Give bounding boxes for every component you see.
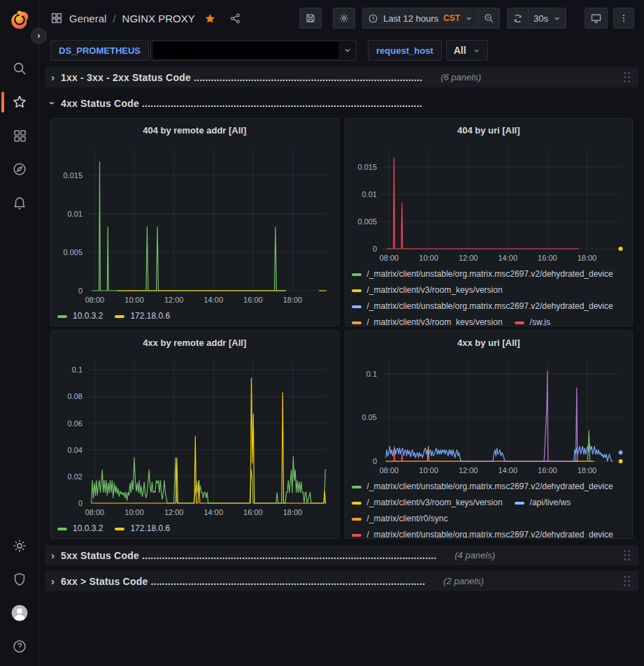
svg-text:0.005: 0.005: [357, 217, 377, 226]
svg-text:0: 0: [372, 457, 376, 465]
legend-label: /_matrix/client/unstable/org.matrix.msc2…: [367, 268, 613, 281]
legend-item[interactable]: 172.18.0.6: [115, 310, 170, 323]
refresh-button[interactable]: [507, 8, 528, 29]
legend-item[interactable]: 10.0.3.2: [57, 310, 103, 323]
legend-item[interactable]: /_matrix/client/unstable/org.matrix.msc2…: [352, 480, 613, 493]
grafana-logo-icon: [9, 9, 30, 30]
timeseries-chart[interactable]: 08:0010:0012:0014:0016:0018:0000.0050.01…: [51, 141, 338, 307]
legend-item[interactable]: /_matrix/client/v3/room_keys/version: [352, 284, 503, 297]
save-dashboard-button[interactable]: [299, 8, 322, 29]
sidebar-item-dashboards[interactable]: [0, 119, 39, 152]
svg-text:18:00: 18:00: [283, 508, 303, 516]
timeseries-plot[interactable]: 08:0010:0012:0014:0016:0018:0000.050.1: [350, 354, 629, 478]
svg-text:18:00: 18:00: [577, 466, 596, 475]
share-icon[interactable]: [229, 13, 241, 24]
timeseries-chart[interactable]: 08:0010:0012:0014:0016:0018:0000.020.040…: [51, 354, 338, 520]
row-title: 5xx Status Code ........................…: [61, 550, 436, 561]
svg-text:0.1: 0.1: [72, 365, 83, 374]
svg-text:14:00: 14:00: [498, 466, 517, 475]
row-header-6xx[interactable]: › 6xx > Status Code ....................…: [45, 571, 638, 591]
panel-legend: /_matrix/client/unstable/org.matrix.msc2…: [345, 266, 633, 326]
row-drag-handle[interactable]: [622, 574, 632, 588]
sidebar-item-help[interactable]: [0, 630, 39, 663]
sidebar-item-explore[interactable]: [0, 152, 39, 186]
legend-swatch: [515, 321, 524, 324]
svg-text:14:00: 14:00: [203, 296, 223, 304]
sidebar-item-alerting[interactable]: [0, 186, 39, 219]
sidebar-item-search[interactable]: [0, 52, 39, 85]
legend-label: 10.0.3.2: [73, 522, 103, 535]
shield-icon: [12, 572, 27, 587]
refresh-interval-picker[interactable]: 30s: [528, 8, 566, 29]
timeseries-plot[interactable]: 08:0010:0012:0014:0016:0018:0000.0050.01…: [56, 141, 334, 307]
sidebar-item-settings[interactable]: [0, 529, 39, 563]
legend-swatch: [352, 305, 362, 308]
monitor-icon: [590, 13, 602, 24]
time-range-picker[interactable]: Last 12 hours CST: [362, 8, 478, 29]
legend-item[interactable]: /_matrix/client/unstable/org.matrix.msc2…: [352, 300, 613, 313]
svg-text:0.02: 0.02: [68, 472, 83, 481]
panel-title[interactable]: 4xx by remote addr [All]: [51, 331, 338, 354]
save-icon: [305, 13, 316, 24]
row-panel-count: (6 panels): [441, 72, 481, 82]
sidebar-item-profile[interactable]: [0, 596, 39, 630]
svg-text:10:00: 10:00: [124, 296, 144, 304]
time-range-label: Last 12 hours: [383, 13, 438, 24]
more-options-button[interactable]: [613, 8, 634, 29]
legend-label: /_matrix/client/r0/sync: [367, 512, 448, 526]
breadcrumb-dashboard-title[interactable]: NGINX PROXY: [122, 13, 195, 24]
variable-request-host-select[interactable]: All: [446, 40, 488, 61]
timeseries-chart[interactable]: 08:0010:0012:0014:0016:0018:0000.0050.01…: [345, 141, 633, 266]
legend-swatch: [352, 289, 362, 292]
legend-swatch: [352, 518, 362, 521]
legend-item[interactable]: /_matrix/client/unstable/org.matrix.msc2…: [352, 528, 613, 539]
svg-text:18:00: 18:00: [577, 254, 596, 262]
svg-text:08:00: 08:00: [379, 466, 399, 475]
legend-swatch: [115, 528, 124, 530]
sidebar: [0, 0, 39, 666]
favorite-star-icon[interactable]: [204, 13, 216, 24]
legend-item[interactable]: 10.0.3.2: [57, 522, 103, 535]
legend-swatch: [115, 315, 124, 318]
breadcrumb-folder[interactable]: General: [69, 13, 106, 24]
tv-kiosk-mode-button[interactable]: [585, 8, 608, 29]
row-header-1xx-3xx-2xx[interactable]: › 1xx - 3xx - 2xx Status Code ..........…: [45, 67, 638, 87]
legend-swatch: [352, 534, 362, 537]
row-header-5xx[interactable]: › 5xx Status Code ......................…: [45, 545, 638, 565]
variable-request-host-label[interactable]: request_host: [368, 40, 442, 61]
svg-text:0: 0: [372, 245, 376, 253]
svg-text:0.05: 0.05: [362, 413, 376, 421]
panel-title[interactable]: 404 by uri [All]: [345, 119, 633, 141]
legend-item[interactable]: /api/live/ws: [515, 496, 571, 509]
svg-text:0.01: 0.01: [68, 210, 83, 218]
legend-item[interactable]: /sw.js: [515, 316, 550, 326]
sidebar-item-server-admin[interactable]: [0, 563, 39, 596]
svg-text:12:00: 12:00: [164, 508, 184, 516]
legend-label: 172.18.0.6: [130, 310, 170, 323]
gear-icon: [338, 13, 350, 24]
timeseries-chart[interactable]: 08:0010:0012:0014:0016:0018:0000.050.1: [345, 354, 633, 478]
row-drag-handle[interactable]: [622, 71, 632, 85]
sidebar-item-starred[interactable]: [0, 85, 39, 119]
variable-ds-prometheus-select[interactable]: [150, 40, 357, 61]
row-drag-handle[interactable]: [622, 549, 632, 563]
variable-ds-prometheus-label[interactable]: DS_PROMETHEUS: [50, 40, 149, 61]
panel-title[interactable]: 404 by remote addr [All]: [51, 119, 338, 141]
panel-title[interactable]: 4xx by uri [All]: [345, 331, 633, 354]
legend-item[interactable]: /_matrix/client/r0/sync: [352, 512, 448, 526]
legend-item[interactable]: /_matrix/client/v3/room_keys/version: [352, 496, 503, 509]
timeseries-plot[interactable]: 08:0010:0012:0014:0016:0018:0000.0050.01…: [350, 141, 629, 266]
zoom-out-icon: [483, 13, 494, 24]
svg-text:08:00: 08:00: [85, 508, 105, 516]
legend-item[interactable]: /_matrix/client/unstable/org.matrix.msc2…: [352, 268, 613, 281]
zoom-out-time-button[interactable]: [478, 8, 500, 29]
legend-label: 10.0.3.2: [73, 310, 103, 323]
legend-item[interactable]: /_matrix/client/v3/room_keys/version: [352, 316, 503, 326]
legend-item[interactable]: 172.18.0.6: [115, 522, 170, 535]
sidebar-expand-button[interactable]: ›: [31, 28, 47, 44]
dashboards-grid-icon: [13, 129, 27, 143]
row-header-4xx[interactable]: › 4xx Status Code ......................…: [45, 93, 638, 113]
search-icon: [12, 61, 27, 76]
timeseries-plot[interactable]: 08:0010:0012:0014:0016:0018:0000.020.040…: [56, 354, 334, 520]
dashboard-settings-button[interactable]: [333, 8, 355, 29]
